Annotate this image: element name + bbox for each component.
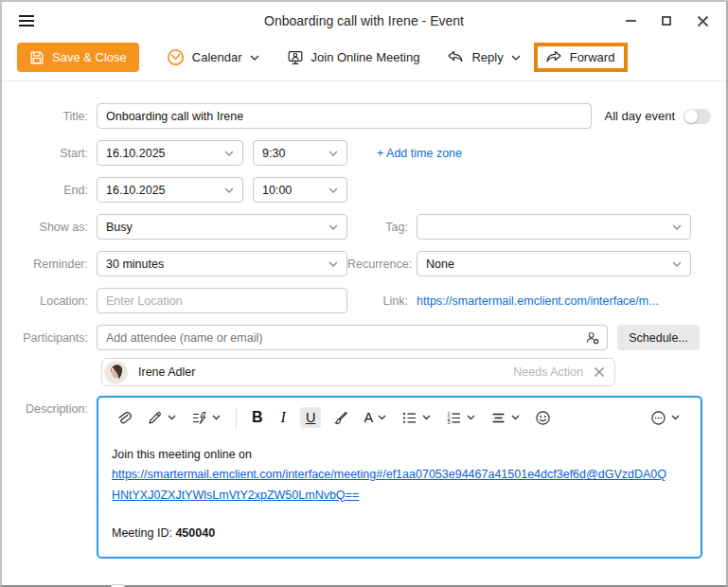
end-time-select[interactable]: 10:00 xyxy=(253,177,347,203)
meeting-url-link[interactable]: https://smartermail.emclient.com/interfa… xyxy=(112,465,668,506)
save-close-button[interactable]: Save & Close xyxy=(17,43,139,72)
show-as-row: Show as: Busy Tag: xyxy=(2,214,726,240)
chevron-down-icon xyxy=(378,415,386,420)
chevron-down-icon xyxy=(328,224,338,230)
menu-icon[interactable] xyxy=(19,15,34,27)
attendee-status: Needs Action xyxy=(513,365,583,379)
alignment-button[interactable] xyxy=(487,407,524,429)
description-row: Description: B I xyxy=(2,396,726,559)
attendee-name: Irene Adler xyxy=(138,365,195,379)
align-icon xyxy=(490,410,506,426)
main-toolbar: Save & Close Calendar Join Online Meetin… xyxy=(2,40,726,81)
underline-button[interactable]: U xyxy=(300,407,321,428)
meeting-link[interactable]: https://smartermail.emclient.com/interfa… xyxy=(417,294,691,308)
bullet-list-icon xyxy=(401,410,417,426)
toolbar-divider xyxy=(236,408,237,428)
reminder-select[interactable]: 30 minutes xyxy=(97,251,347,276)
numbered-list-icon: 123 xyxy=(446,410,462,426)
start-time-select[interactable]: 9:30 xyxy=(253,140,347,166)
format-painter-button[interactable] xyxy=(328,407,352,429)
description-editor: B I U A 123 xyxy=(97,396,702,559)
attendee-input-wrap xyxy=(97,325,608,350)
all-day-label: All day event xyxy=(605,109,675,123)
svg-text:3: 3 xyxy=(447,419,450,425)
brush-icon xyxy=(332,410,348,426)
event-window: Onboarding call with Irene - Event Save … xyxy=(0,0,728,587)
recurrence-label: Recurrence: xyxy=(347,258,417,271)
smiley-icon xyxy=(535,410,551,426)
underline-icon: U xyxy=(304,410,317,425)
attach-button[interactable] xyxy=(112,407,135,429)
location-input[interactable] xyxy=(97,288,347,313)
attendee-avatar xyxy=(104,361,128,384)
chevron-down-icon xyxy=(672,224,682,230)
end-row: End: 16.10.2025 10:00 xyxy=(2,177,726,203)
start-row: Start: 16.10.2025 9:30 + Add time zone xyxy=(2,140,726,166)
forward-button[interactable]: Forward xyxy=(545,50,615,64)
minimize-icon[interactable] xyxy=(626,20,636,22)
chevron-down-icon xyxy=(250,55,259,61)
attendee-input[interactable] xyxy=(106,331,584,345)
chevron-down-icon xyxy=(467,415,475,420)
window-controls xyxy=(626,15,709,27)
quick-text-button[interactable] xyxy=(187,407,224,429)
font-color-button[interactable]: A xyxy=(360,407,390,428)
description-content[interactable]: Join this meeting online on https://smar… xyxy=(98,436,701,557)
chevron-down-icon xyxy=(328,261,338,267)
bold-button[interactable]: B xyxy=(248,406,267,429)
online-meeting-icon xyxy=(287,49,304,66)
chevron-down-icon xyxy=(328,187,338,193)
window-title: Onboarding call with Irene - Event xyxy=(2,13,726,28)
reminder-label: Reminder: xyxy=(2,258,97,271)
attendee-chip: Irene Adler Needs Action xyxy=(101,358,615,386)
recurrence-select[interactable]: None xyxy=(417,251,691,276)
description-label: Description: xyxy=(2,396,97,416)
chevron-down-icon xyxy=(511,55,521,61)
forward-highlight-annotation: Forward xyxy=(534,43,629,72)
meeting-id-line: Meeting ID: 450040 xyxy=(112,524,687,543)
participants-row: Participants: Schedule... xyxy=(2,325,726,350)
tag-select[interactable] xyxy=(417,214,691,240)
all-day-toggle[interactable] xyxy=(684,109,711,124)
location-label: Location: xyxy=(2,294,97,308)
chevron-down-icon xyxy=(422,415,431,420)
numbered-list-button[interactable]: 123 xyxy=(442,407,479,429)
event-form: Title: All day event Start: 16.10.2025 9… xyxy=(2,81,726,587)
paperclip-icon xyxy=(115,410,132,426)
calendar-app-icon xyxy=(167,48,185,66)
reminder-row: Reminder: 30 minutes Recurrence: None xyxy=(2,251,726,276)
editor-toolbar: B I U A 123 xyxy=(98,398,701,436)
signature-button[interactable] xyxy=(143,407,180,429)
end-date-select[interactable]: 16.10.2025 xyxy=(97,177,243,203)
bullet-list-button[interactable] xyxy=(398,407,435,429)
show-as-label: Show as: xyxy=(2,221,97,234)
reply-button[interactable]: Reply xyxy=(447,50,520,64)
title-row: Title: All day event xyxy=(2,103,726,129)
font-icon: A xyxy=(364,410,373,425)
chevron-down-icon xyxy=(511,415,520,420)
pen-icon xyxy=(147,410,163,426)
more-options-button[interactable] xyxy=(647,407,684,429)
chevron-down-icon xyxy=(168,415,176,420)
chevron-down-icon xyxy=(212,415,221,420)
chevron-down-icon xyxy=(224,187,234,193)
tag-label: Tag: xyxy=(347,221,417,234)
close-icon[interactable] xyxy=(697,15,709,27)
start-date-select[interactable]: 16.10.2025 xyxy=(97,140,243,166)
add-time-zone-link[interactable]: + Add time zone xyxy=(377,147,462,160)
schedule-button[interactable]: Schedule... xyxy=(617,325,700,350)
calendar-menu-button[interactable]: Calendar xyxy=(167,48,259,66)
remove-attendee-icon[interactable] xyxy=(594,366,605,378)
all-day-group: All day event xyxy=(605,109,711,124)
add-person-icon[interactable] xyxy=(584,329,601,347)
emoji-button[interactable] xyxy=(531,407,555,429)
ellipsis-circle-icon xyxy=(650,410,666,426)
italic-button[interactable]: I xyxy=(275,406,293,429)
maximize-icon[interactable] xyxy=(662,16,671,26)
show-as-select[interactable]: Busy xyxy=(97,214,347,240)
join-online-meeting-button[interactable]: Join Online Meeting xyxy=(287,49,420,66)
title-input[interactable] xyxy=(97,103,592,129)
title-label: Title: xyxy=(2,110,97,123)
location-row: Location: Link: https://smartermail.emcl… xyxy=(2,288,726,313)
reply-arrow-icon xyxy=(447,50,464,64)
